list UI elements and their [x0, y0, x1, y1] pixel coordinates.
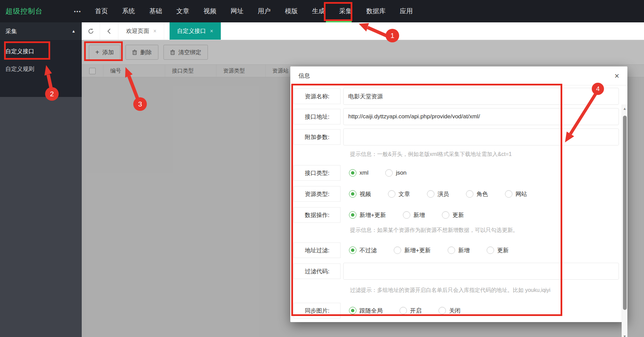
extra-params-label: 附加参数: — [294, 129, 340, 145]
info-modal: 信息 × 资源名称: 接口地址: 附加参数: 提示信息：一般&开头，例如老版xm… — [290, 66, 627, 322]
nav-item-user[interactable]: 用户 — [251, 0, 278, 22]
nav-item-video[interactable]: 视频 — [196, 0, 223, 22]
radio-icon — [448, 246, 455, 254]
form-row-resource-name: 资源名称: — [290, 87, 627, 105]
url-filter-label: 地址过滤: — [294, 242, 340, 258]
form-row-data-action: 数据操作: 新增+更新 新增 更新 — [290, 207, 627, 223]
api-url-input[interactable] — [343, 108, 619, 125]
radio-resource-role[interactable]: 角色 — [466, 190, 488, 198]
nav-item-database[interactable]: 数据库 — [359, 0, 393, 22]
sidebar-menu-panel: 自定义接口 自定义规则 — [0, 40, 82, 97]
tab-close-icon[interactable]: × — [153, 28, 156, 34]
radio-action-update[interactable]: 更新 — [442, 211, 464, 219]
tab-welcome-label: 欢迎页面 — [126, 27, 149, 35]
api-type-label: 接口类型: — [294, 165, 340, 181]
nav-item-app[interactable]: 应用 — [393, 0, 420, 22]
nav-more-menu[interactable]: ••• — [68, 8, 87, 14]
radio-icon — [385, 169, 393, 177]
radio-icon — [394, 246, 401, 254]
open-tabs: 欢迎页面 × 自定义接口 × — [119, 22, 221, 40]
radio-api-type-xml[interactable]: xml — [349, 169, 368, 177]
radio-icon — [427, 190, 434, 198]
nav-item-collect[interactable]: 采集 — [332, 0, 359, 22]
form-row-filter-code: 过滤代码: — [290, 262, 627, 280]
sidebar-group-header[interactable]: 采集 ▲ — [0, 22, 82, 40]
filter-code-input[interactable] — [343, 263, 619, 280]
nav-item-url[interactable]: 网址 — [223, 0, 251, 22]
radio-filter-add[interactable]: 新增 — [448, 246, 470, 254]
radio-icon — [466, 190, 473, 198]
refresh-button[interactable] — [82, 22, 100, 40]
form-row-extra-params: 附加参数: — [290, 128, 627, 146]
tab-close-icon[interactable]: × — [210, 28, 213, 34]
radio-selected-icon — [349, 246, 356, 254]
nav-item-system[interactable]: 系统 — [115, 0, 142, 22]
nav-item-basic[interactable]: 基础 — [142, 0, 169, 22]
resource-type-label: 资源类型: — [294, 186, 340, 202]
nav-item-generate[interactable]: 生成 — [305, 0, 332, 22]
tab-custom-api[interactable]: 自定义接口 × — [170, 22, 221, 40]
radio-selected-icon — [349, 211, 356, 219]
radio-sync-on[interactable]: 开启 — [399, 307, 422, 315]
sidebar-item-custom-rule[interactable]: 自定义规则 — [0, 60, 82, 78]
nav-item-home[interactable]: 首页 — [88, 0, 115, 22]
radio-sync-off[interactable]: 关闭 — [438, 307, 461, 315]
form-row-api-url: 接口地址: — [290, 108, 627, 125]
modal-title: 信息 — [298, 72, 310, 80]
radio-filter-none[interactable]: 不过滤 — [349, 246, 377, 254]
filter-code-label: 过滤代码: — [294, 263, 340, 279]
nav-item-template[interactable]: 模版 — [278, 0, 305, 22]
brand-title: 超级控制台 — [5, 6, 68, 16]
scroll-down-icon[interactable]: ▼ — [622, 334, 627, 337]
radio-resource-website[interactable]: 网站 — [505, 190, 527, 198]
nav-menu: 首页 系统 基础 文章 视频 网址 用户 模版 生成 采集 数据库 应用 — [88, 0, 420, 22]
radio-icon — [505, 190, 512, 198]
app-root: 超级控制台 ••• 首页 系统 基础 文章 视频 网址 用户 模版 生成 采集 … — [0, 0, 644, 337]
chevron-left-icon — [107, 28, 112, 35]
radio-filter-add-update[interactable]: 新增+更新 — [394, 246, 431, 254]
radio-action-add[interactable]: 新增 — [403, 211, 425, 219]
filter-hint: 过滤提示：多组地址的资源开启白名单后只会入库指定代码的地址。比如 youku,i… — [350, 283, 627, 298]
resource-name-label: 资源名称: — [294, 88, 340, 104]
radio-selected-icon — [349, 307, 356, 314]
form-row-resource-type: 资源类型: 视频 文章 演员 角色 网站 — [290, 186, 627, 202]
radio-action-add-update[interactable]: 新增+更新 — [349, 211, 386, 219]
sidebar-group-title: 采集 — [5, 27, 17, 35]
extra-params-hint: 提示信息：一般&开头，例如老版xml格式采集下载地址需加入&ct=1 — [350, 148, 627, 160]
radio-icon — [487, 246, 494, 254]
radio-sync-global[interactable]: 跟随全局 — [349, 307, 383, 315]
tab-welcome[interactable]: 欢迎页面 × — [119, 22, 164, 40]
radio-icon — [442, 211, 449, 219]
radio-icon — [388, 190, 395, 198]
modal-body: 资源名称: 接口地址: 附加参数: 提示信息：一般&开头，例如老版xml格式采集… — [290, 85, 627, 322]
radio-selected-icon — [349, 190, 356, 198]
modal-header: 信息 × — [290, 66, 627, 85]
form-row-sync-image: 同步图片: 跟随全局 开启 关闭 — [290, 302, 627, 319]
sync-image-options: 跟随全局 开启 关闭 — [349, 307, 461, 315]
resource-name-input[interactable] — [343, 88, 619, 105]
radio-api-type-json[interactable]: json — [385, 169, 406, 177]
sync-image-label: 同步图片: — [294, 303, 340, 318]
sidebar-item-custom-api[interactable]: 自定义接口 — [0, 43, 82, 60]
resource-type-options: 视频 文章 演员 角色 网站 — [349, 190, 527, 198]
close-icon[interactable]: × — [614, 72, 619, 80]
radio-icon — [438, 307, 446, 314]
extra-params-input[interactable] — [343, 128, 619, 145]
scroll-up-icon[interactable]: ▲ — [622, 106, 627, 111]
radio-resource-video[interactable]: 视频 — [349, 190, 371, 198]
radio-resource-article[interactable]: 文章 — [388, 190, 410, 198]
nav-item-article[interactable]: 文章 — [169, 0, 196, 22]
radio-icon — [399, 307, 407, 314]
back-button[interactable] — [100, 22, 118, 40]
collapse-up-icon[interactable]: ▲ — [72, 29, 76, 34]
radio-filter-update[interactable]: 更新 — [487, 246, 509, 254]
api-url-label: 接口地址: — [294, 109, 340, 124]
scrollbar-thumb[interactable] — [623, 116, 627, 310]
tab-custom-api-label: 自定义接口 — [177, 27, 206, 35]
top-navbar: 超级控制台 ••• 首页 系统 基础 文章 视频 网址 用户 模版 生成 采集 … — [0, 0, 644, 22]
url-filter-options: 不过滤 新增+更新 新增 更新 — [349, 246, 509, 254]
modal-scrollbar[interactable]: ▲ ▼ — [622, 104, 627, 337]
radio-resource-actor[interactable]: 演员 — [427, 190, 449, 198]
radio-icon — [403, 211, 410, 219]
data-action-hint: 提示信息：如果某个资源作为副资源不想新增数据，可以只勾选更新。 — [350, 223, 627, 237]
